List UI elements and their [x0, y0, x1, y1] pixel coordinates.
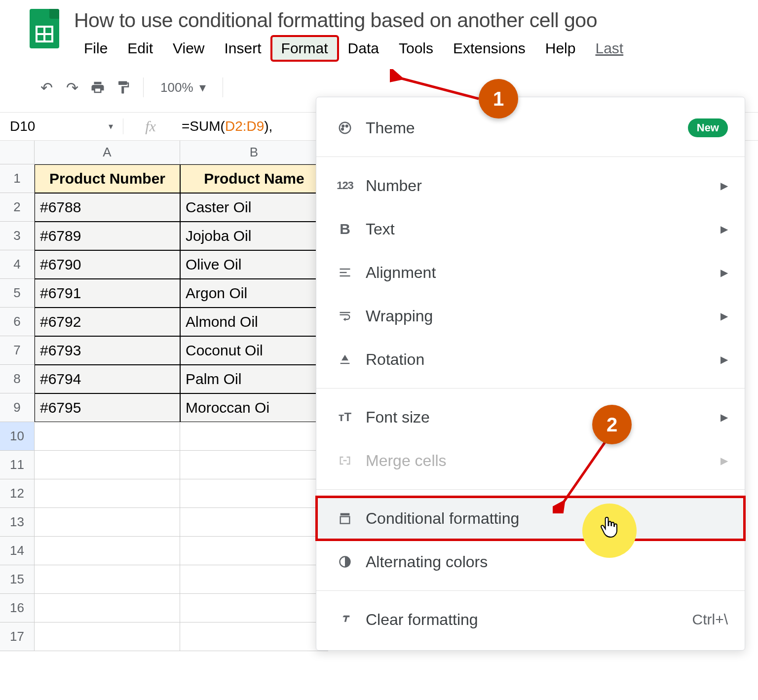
cell[interactable]: #6794: [35, 365, 180, 393]
menu-view[interactable]: View: [163, 36, 214, 61]
zoom-value: 100%: [160, 80, 193, 95]
menu-insert[interactable]: Insert: [215, 36, 271, 61]
print-button[interactable]: [86, 76, 110, 99]
menu-format[interactable]: Format: [271, 36, 338, 61]
cell[interactable]: [35, 594, 180, 622]
row-header[interactable]: 5: [0, 279, 35, 308]
cell[interactable]: Palm Oil: [180, 365, 328, 393]
cell[interactable]: #6792: [35, 308, 180, 336]
cell[interactable]: Argon Oil: [180, 279, 328, 308]
svg-point-0: [340, 122, 351, 134]
menu-file[interactable]: File: [74, 36, 117, 61]
menu-data[interactable]: Data: [338, 36, 389, 61]
cell-b1[interactable]: Product Name: [180, 164, 328, 193]
format-wrapping[interactable]: Wrapping ▶: [316, 294, 745, 338]
fx-icon: fx: [123, 118, 178, 135]
format-number[interactable]: 123 Number ▶: [316, 164, 745, 207]
toolbar: ↶ ↷ 100% ▾: [0, 61, 758, 99]
cell[interactable]: #6789: [35, 222, 180, 250]
cell[interactable]: Moroccan Oi: [180, 393, 328, 422]
cell[interactable]: [35, 451, 180, 479]
row-header[interactable]: 3: [0, 222, 35, 250]
format-menu-dropdown: Theme New 123 Number ▶ B Text ▶ Alignmen…: [316, 97, 745, 651]
zoom-dropdown[interactable]: 100% ▾: [152, 80, 215, 95]
chevron-right-icon: ▶: [720, 310, 728, 322]
chevron-down-icon: ▾: [199, 80, 206, 95]
cell[interactable]: [35, 537, 180, 565]
menu-tools[interactable]: Tools: [389, 36, 443, 61]
row-header[interactable]: 16: [0, 594, 35, 622]
cell[interactable]: [180, 537, 328, 565]
row-header[interactable]: 2: [0, 193, 35, 222]
cell[interactable]: [180, 565, 328, 594]
name-box[interactable]: D10 ▾: [0, 118, 123, 134]
cell[interactable]: #6791: [35, 279, 180, 308]
svg-rect-4: [340, 269, 350, 270]
row-header[interactable]: 15: [0, 565, 35, 594]
menu-edit[interactable]: Edit: [117, 36, 163, 61]
cell[interactable]: [180, 451, 328, 479]
cell[interactable]: [35, 479, 180, 508]
cell[interactable]: #6795: [35, 393, 180, 422]
align-icon: [333, 266, 357, 279]
chevron-right-icon: ▶: [720, 267, 728, 278]
cell[interactable]: [180, 594, 328, 622]
cond-format-icon: [333, 511, 357, 525]
row-header[interactable]: 4: [0, 250, 35, 279]
format-text[interactable]: B Text ▶: [316, 207, 745, 251]
row-header[interactable]: 8: [0, 365, 35, 393]
cell[interactable]: [35, 422, 180, 451]
chevron-down-icon: ▾: [109, 121, 113, 132]
redo-button[interactable]: ↷: [60, 76, 84, 99]
select-all-corner[interactable]: [0, 141, 35, 164]
row-header[interactable]: 13: [0, 508, 35, 537]
cell[interactable]: [180, 622, 328, 651]
row-header[interactable]: 1: [0, 164, 35, 193]
cell-a1[interactable]: Product Number: [35, 164, 180, 193]
menu-item-label: Theme: [366, 119, 688, 137]
cell[interactable]: Caster Oil: [180, 193, 328, 222]
format-theme[interactable]: Theme New: [316, 106, 745, 150]
document-title[interactable]: How to use conditional formatting based …: [74, 9, 758, 32]
menu-item-label: Font size: [366, 408, 720, 427]
format-conditional-formatting[interactable]: Conditional formatting: [316, 497, 745, 540]
cell[interactable]: #6788: [35, 193, 180, 222]
paint-format-button[interactable]: [112, 76, 135, 99]
cell[interactable]: Jojoba Oil: [180, 222, 328, 250]
cell[interactable]: Coconut Oil: [180, 336, 328, 365]
format-clear-formatting[interactable]: Clear formatting Ctrl+\: [316, 598, 745, 641]
row-header[interactable]: 7: [0, 336, 35, 365]
cell[interactable]: [180, 479, 328, 508]
cell[interactable]: [35, 508, 180, 537]
cell[interactable]: Olive Oil: [180, 250, 328, 279]
cell[interactable]: [35, 565, 180, 594]
row-header[interactable]: 11: [0, 451, 35, 479]
undo-button[interactable]: ↶: [35, 76, 58, 99]
format-font-size[interactable]: тT Font size ▶: [316, 395, 745, 439]
row-header[interactable]: 12: [0, 479, 35, 508]
row-header[interactable]: 14: [0, 537, 35, 565]
cell[interactable]: [180, 422, 328, 451]
cursor-highlight: [582, 504, 637, 558]
row-header[interactable]: 17: [0, 622, 35, 651]
cell[interactable]: [35, 622, 180, 651]
cell[interactable]: #6793: [35, 336, 180, 365]
rotation-icon: [333, 352, 357, 366]
cell[interactable]: #6790: [35, 250, 180, 279]
svg-rect-9: [341, 517, 350, 524]
fontsize-icon: тT: [333, 410, 357, 424]
cell[interactable]: Almond Oil: [180, 308, 328, 336]
row-header[interactable]: 6: [0, 308, 35, 336]
menu-help[interactable]: Help: [535, 36, 586, 61]
row-header[interactable]: 10: [0, 422, 35, 451]
cell[interactable]: [180, 508, 328, 537]
column-header-a[interactable]: A: [35, 141, 180, 164]
clear-format-icon: [333, 613, 357, 626]
format-alignment[interactable]: Alignment ▶: [316, 251, 745, 294]
menu-extensions[interactable]: Extensions: [443, 36, 535, 61]
format-alternating-colors[interactable]: Alternating colors: [316, 540, 745, 583]
menu-last-edit[interactable]: Last: [585, 36, 633, 61]
row-header[interactable]: 9: [0, 393, 35, 422]
format-rotation[interactable]: Rotation ▶: [316, 338, 745, 381]
column-header-b[interactable]: B: [180, 141, 328, 164]
